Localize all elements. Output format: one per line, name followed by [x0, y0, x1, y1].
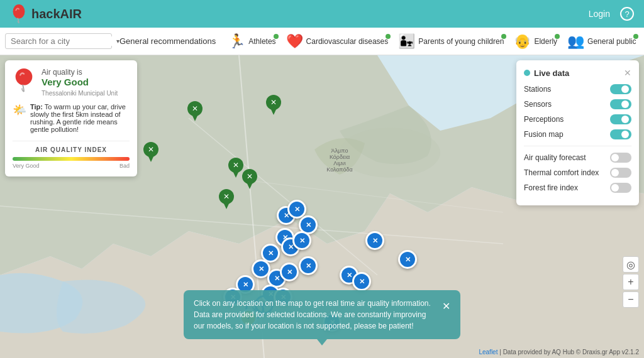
profile-athletes[interactable]: 🏃 Athletes	[223, 33, 280, 50]
tooltip-arrow-icon	[317, 339, 327, 345]
fusion-map-label: Fusion map	[524, 130, 564, 139]
sensors-toggle[interactable]	[610, 99, 631, 109]
map-marker-blue-19[interactable]: ✕	[398, 250, 417, 269]
map-marker-station-1[interactable]: ✕	[186, 100, 204, 124]
svg-point-29	[16, 68, 33, 85]
tip-area: 🌤️ Tip: To warm up your car, drive slowl…	[13, 103, 130, 133]
aqi-labels: Very Good Bad	[13, 163, 130, 169]
svg-marker-22	[232, 170, 240, 178]
close-controls-button[interactable]: ✕	[624, 68, 631, 78]
perceptions-toggle[interactable]	[610, 114, 631, 124]
athletes-label: Athletes	[248, 37, 275, 46]
profile-cardiovascular[interactable]: ❤️ Cardiovascular diseases	[281, 33, 394, 50]
profile-parents[interactable]: 👨‍👧 Parents of young children	[393, 33, 509, 50]
help-button[interactable]: ?	[620, 7, 634, 21]
aqi-max-label: Bad	[119, 163, 130, 169]
map-marker-station-3[interactable]: ✕	[142, 141, 160, 165]
info-panel: Air quality is Very Good Thessaloniki Mu…	[5, 60, 137, 176]
map-marker-station-5[interactable]: ✕	[241, 168, 258, 192]
attribution: Leaflet | Data provided by AQ Hub © Drax…	[479, 349, 639, 355]
perceptions-toggle-row: Perceptions	[524, 114, 631, 124]
air-quality-info: Air quality is Very Good Thessaloniki Mu…	[42, 68, 118, 97]
air-quality-forecast-toggle[interactable]	[610, 153, 631, 163]
svg-marker-28	[223, 201, 230, 209]
blue-marker-icon: ✕	[280, 263, 299, 281]
controls-panel: Live data ✕ Stations Sensors Perceptions…	[516, 60, 639, 205]
blue-marker-icon: ✕	[352, 272, 371, 291]
stations-label: Stations	[524, 85, 551, 94]
tip-text: Tip: To warm up your car, drive slowly t…	[30, 103, 130, 133]
svg-marker-13	[191, 113, 199, 121]
elderly-label: Elderly	[534, 37, 557, 46]
map-marker-station-6[interactable]: ✕	[218, 188, 235, 212]
aqi-section: AIR QUALITY INDEX Very Good Bad	[13, 141, 130, 169]
svg-text:✕: ✕	[223, 192, 230, 201]
blue-marker-icon: ✕	[365, 231, 384, 250]
stations-toggle-row: Stations	[524, 84, 631, 94]
svg-text:Κολοπόδα: Κολοπόδα	[326, 166, 352, 173]
perceptions-label: Perceptions	[524, 115, 564, 124]
svg-text:✕: ✕	[233, 161, 239, 170]
map-marker-blue-6[interactable]: ✕	[292, 231, 311, 250]
location-text: Thessaloniki Municipal Unit	[42, 90, 118, 97]
tooltip-close-button[interactable]: ✕	[442, 299, 450, 314]
profile-general[interactable]: 👥 General public	[562, 33, 641, 50]
map-marker-blue-17[interactable]: ✕	[352, 272, 371, 291]
general-label: General public	[587, 37, 636, 46]
svg-point-0	[13, 4, 25, 19]
zoom-in-button[interactable]: +	[623, 274, 639, 290]
map-container[interactable]: Άλμπο Κόρδεια Λιμνι Κολοπόδα ✕ ✕ ✕ ✕ ✕ ✕…	[0, 55, 644, 358]
thermal-comfort-toggle[interactable]	[610, 168, 631, 178]
map-marker-blue-10[interactable]: ✕	[280, 263, 299, 281]
elderly-avatar-icon: 👴	[514, 33, 531, 50]
forest-fire-toggle[interactable]	[610, 183, 631, 193]
zoom-out-button[interactable]: −	[623, 291, 639, 308]
svg-marker-19	[147, 154, 155, 162]
map-marker-blue-11[interactable]: ✕	[299, 256, 318, 275]
search-input[interactable]	[11, 36, 116, 46]
profile-elderly[interactable]: 👴 Elderly	[509, 33, 562, 50]
map-controls: ◎ + −	[623, 256, 639, 308]
aqi-bar	[13, 157, 130, 161]
forest-fire-label: Forest fire index	[524, 183, 578, 192]
forest-fire-toggle-row: Forest fire index	[524, 183, 631, 193]
fusion-map-toggle-row: Fusion map	[524, 129, 631, 139]
svg-text:✕: ✕	[148, 145, 154, 154]
map-marker-blue-18[interactable]: ✕	[365, 231, 384, 250]
air-quality-status-text: Air quality is	[42, 68, 82, 77]
aqi-min-label: Very Good	[13, 163, 40, 169]
tooltip-text: Click on any location on the map to get …	[194, 298, 436, 332]
live-data-label: Live data	[524, 68, 569, 78]
aqi-label: AIR QUALITY INDEX	[13, 146, 130, 153]
elderly-dot	[555, 34, 560, 39]
thermal-comfort-label: Thermal comfort index	[524, 168, 599, 177]
attribution-text: | Data provided by AQ Hub © Draxis.gr Ap…	[499, 349, 639, 355]
live-data-text: Live data	[534, 68, 569, 78]
divider	[524, 146, 631, 146]
logo-area: hackAIR	[10, 4, 82, 24]
map-marker-station-2[interactable]: ✕	[265, 94, 282, 118]
svg-point-2	[340, 127, 440, 178]
info-top: Air quality is Very Good Thessaloniki Mu…	[13, 68, 130, 97]
svg-marker-25	[246, 181, 253, 189]
sensors-label: Sensors	[524, 100, 552, 109]
air-quality-value: Very Good	[42, 77, 118, 87]
locate-button[interactable]: ◎	[623, 256, 639, 273]
cardiovascular-dot	[386, 34, 391, 39]
svg-text:✕: ✕	[270, 98, 277, 107]
svg-text:Κόρδεια: Κόρδεια	[330, 154, 350, 160]
athletes-avatar-icon: 🏃	[228, 33, 246, 50]
nav-next-icon[interactable]: ›	[641, 36, 644, 46]
general-dot	[633, 34, 638, 39]
navbar: ▾ General recommendations 🏃 Athletes ❤️ …	[0, 28, 644, 55]
sensors-toggle-row: Sensors	[524, 99, 631, 109]
leaflet-link[interactable]: Leaflet	[479, 349, 497, 355]
logo-balloon-icon	[10, 4, 28, 24]
air-quality-status: Air quality is Very Good	[42, 68, 118, 87]
login-button[interactable]: Login	[589, 9, 610, 19]
live-indicator-dot	[524, 70, 530, 76]
fusion-map-toggle[interactable]	[610, 129, 631, 139]
cardiovascular-avatar-icon: ❤️	[286, 33, 304, 50]
search-area[interactable]: ▾	[5, 33, 112, 49]
stations-toggle[interactable]	[610, 84, 631, 94]
